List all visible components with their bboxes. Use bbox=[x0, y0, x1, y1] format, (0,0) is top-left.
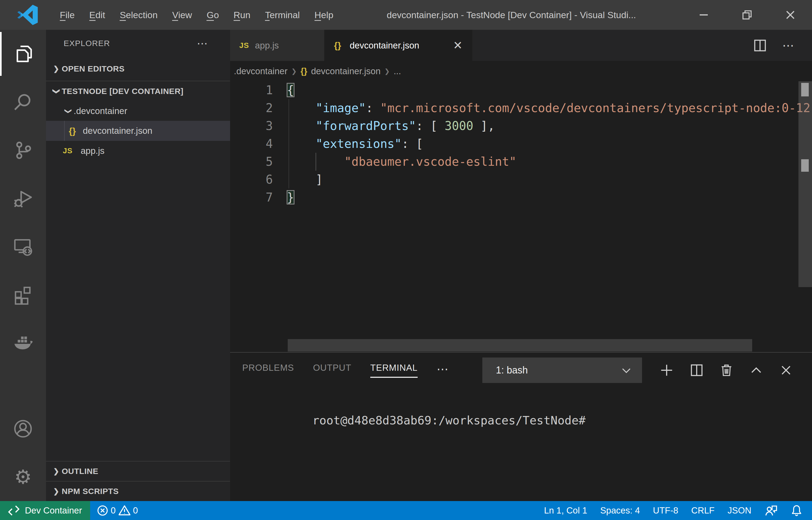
activitybar-source-control[interactable] bbox=[0, 126, 46, 175]
close-panel-icon[interactable] bbox=[779, 363, 793, 377]
eol-status[interactable]: CRLF bbox=[685, 505, 721, 516]
code-line[interactable]: 7} bbox=[230, 188, 812, 206]
code-token: "extensions" bbox=[316, 137, 402, 151]
maximize-panel-icon[interactable] bbox=[749, 363, 763, 377]
remote-indicator[interactable]: Dev Container bbox=[0, 501, 90, 520]
menu-go[interactable]: Go bbox=[199, 6, 226, 24]
line-number[interactable]: 5 bbox=[230, 153, 287, 171]
menu-edit[interactable]: Edit bbox=[82, 6, 113, 24]
line-number[interactable]: 7 bbox=[230, 188, 287, 206]
indentation-status[interactable]: Spaces: 4 bbox=[594, 505, 647, 516]
terminal-prompt: root@d48e8d38ab69:/workspaces/TestNode# bbox=[312, 414, 586, 427]
remote-label: Dev Container bbox=[25, 505, 82, 516]
code-line[interactable]: 2 "image": "mcr.microsoft.com/vscode/dev… bbox=[230, 99, 812, 117]
workspace-label: TESTNODE [DEV CONTAINER] bbox=[62, 87, 184, 96]
code-editor[interactable]: 1{2 "image": "mcr.microsoft.com/vscode/d… bbox=[230, 81, 812, 352]
new-terminal-icon[interactable] bbox=[659, 363, 674, 378]
json-file-icon: {} bbox=[301, 66, 307, 76]
code-line[interactable]: 5 "dbaeumer.vscode-eslint" bbox=[230, 153, 812, 171]
breadcrumb-folder[interactable]: .devcontainer bbox=[234, 66, 287, 76]
window-title: devcontainer.json - TestNode [Dev Contai… bbox=[341, 10, 682, 20]
sidebar-header: EXPLORER ⋯ bbox=[46, 30, 230, 57]
terminal-select[interactable]: 1: bash bbox=[482, 358, 642, 383]
tab-label: app.js bbox=[255, 41, 279, 51]
tab-devcontainer-json[interactable]: {} devcontainer.json ✕ bbox=[325, 30, 472, 61]
open-editors-label: OPEN EDITORS bbox=[62, 64, 124, 73]
tree-item-app-js[interactable]: JS app.js bbox=[46, 141, 230, 161]
chevron-down-icon: ❯ bbox=[64, 106, 73, 116]
chevron-right-icon: ❯ bbox=[291, 68, 297, 75]
warning-icon bbox=[118, 504, 131, 517]
activitybar-search[interactable] bbox=[0, 78, 46, 126]
code-token: } bbox=[287, 190, 294, 204]
breadcrumb-tail[interactable]: ... bbox=[394, 66, 401, 76]
activitybar-settings[interactable]: ⚙ bbox=[0, 453, 46, 501]
code-token: { bbox=[287, 83, 294, 97]
restore-button[interactable] bbox=[725, 0, 769, 30]
tree-item-devcontainer-folder[interactable]: ❯ .devcontainer bbox=[46, 101, 230, 121]
breadcrumb: .devcontainer ❯ {} devcontainer.json ❯ .… bbox=[230, 61, 812, 81]
line-number[interactable]: 1 bbox=[230, 81, 287, 99]
activitybar-accounts[interactable] bbox=[0, 405, 46, 453]
code-line[interactable]: 4 "extensions": [ bbox=[230, 135, 812, 153]
code-line-content: "image": "mcr.microsoft.com/vscode/devco… bbox=[287, 99, 812, 117]
encoding-status[interactable]: UTF-8 bbox=[646, 505, 685, 516]
kill-terminal-icon[interactable] bbox=[720, 363, 733, 377]
section-npm-scripts[interactable]: ❯ NPM SCRIPTS bbox=[46, 482, 230, 501]
notifications-button[interactable] bbox=[784, 504, 812, 517]
warning-count: 0 bbox=[133, 505, 138, 516]
menu-file[interactable]: File bbox=[53, 6, 82, 24]
tab-app-js[interactable]: JS app.js bbox=[230, 30, 325, 61]
panel-more-actions-icon[interactable]: ⋯ bbox=[437, 362, 450, 379]
problems-status[interactable]: 0 0 bbox=[90, 504, 144, 517]
activitybar-docker[interactable] bbox=[0, 319, 46, 367]
menu-run[interactable]: Run bbox=[226, 6, 258, 24]
panel-tab-terminal[interactable]: TERMINAL bbox=[370, 363, 418, 378]
activitybar-extensions[interactable] bbox=[0, 271, 46, 319]
code-line-content: } bbox=[287, 188, 812, 206]
minimize-button[interactable] bbox=[682, 0, 725, 30]
cursor-position[interactable]: Ln 1, Col 1 bbox=[537, 505, 594, 516]
line-number[interactable]: 6 bbox=[230, 171, 287, 188]
activitybar-explorer[interactable] bbox=[0, 30, 46, 78]
section-open-editors[interactable]: ❯ OPEN EDITORS bbox=[46, 57, 230, 81]
activitybar-run-debug[interactable] bbox=[0, 175, 46, 223]
menu-selection[interactable]: Selection bbox=[112, 6, 165, 24]
editor-more-actions-icon[interactable]: ⋯ bbox=[782, 38, 795, 52]
panel-header: PROBLEMS OUTPUT TERMINAL ⋯ 1: bash bbox=[230, 353, 812, 388]
menu-view[interactable]: View bbox=[165, 6, 199, 24]
menu-help[interactable]: Help bbox=[307, 6, 341, 24]
panel-tab-problems[interactable]: PROBLEMS bbox=[242, 363, 294, 378]
selected-file-label: devcontainer.json bbox=[83, 126, 152, 136]
terminal[interactable]: root@d48e8d38ab69:/workspaces/TestNode# bbox=[230, 388, 812, 501]
tab-close-icon[interactable]: ✕ bbox=[448, 39, 463, 52]
code-line[interactable]: 6 ] bbox=[230, 171, 812, 188]
feedback-button[interactable] bbox=[758, 504, 784, 517]
editor-vertical-scrollbar[interactable] bbox=[799, 81, 812, 287]
line-number[interactable]: 2 bbox=[230, 99, 287, 117]
line-number[interactable]: 4 bbox=[230, 135, 287, 153]
close-window-button[interactable] bbox=[769, 0, 812, 30]
split-terminal-icon[interactable] bbox=[690, 363, 704, 377]
sidebar-more-actions-icon[interactable]: ⋯ bbox=[197, 37, 208, 50]
activitybar-remote-explorer[interactable] bbox=[0, 223, 46, 271]
account-icon bbox=[13, 419, 33, 439]
section-workspace[interactable]: ❯ TESTNODE [DEV CONTAINER] bbox=[46, 81, 230, 101]
split-editor-icon[interactable] bbox=[753, 38, 767, 53]
language-mode[interactable]: JSON bbox=[721, 505, 758, 516]
editor-actions: ⋯ bbox=[753, 30, 795, 61]
explorer-sidebar: EXPLORER ⋯ ❯ OPEN EDITORS ❯ TESTNODE [DE… bbox=[46, 30, 230, 501]
panel-tab-output[interactable]: OUTPUT bbox=[313, 363, 351, 378]
editor-horizontal-scrollbar[interactable] bbox=[288, 339, 752, 352]
breadcrumb-file[interactable]: devcontainer.json bbox=[311, 66, 381, 76]
line-number[interactable]: 3 bbox=[230, 117, 287, 135]
code-line-content: "forwardPorts": [ 3000 ], bbox=[287, 117, 812, 135]
code-line[interactable]: 3 "forwardPorts": [ 3000 ], bbox=[230, 117, 812, 135]
menu-terminal[interactable]: Terminal bbox=[258, 6, 307, 24]
section-outline[interactable]: ❯ OUTLINE bbox=[46, 462, 230, 481]
tree-item-devcontainer-json[interactable]: {} devcontainer.json bbox=[46, 121, 230, 141]
bell-icon bbox=[790, 504, 803, 517]
code-line[interactable]: 1{ bbox=[230, 81, 812, 99]
docker-icon bbox=[12, 333, 33, 354]
error-icon bbox=[96, 504, 109, 517]
